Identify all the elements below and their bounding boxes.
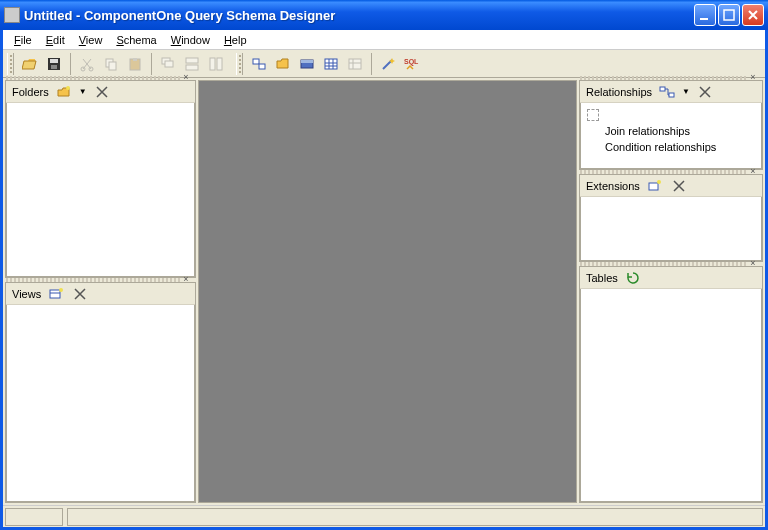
title-bar: Untitled - ComponentOne Query Schema Des…	[0, 0, 768, 30]
refresh-icon	[625, 270, 641, 286]
right-column: × Relationships ▼ Join relationships C	[577, 78, 765, 505]
floppy-icon	[46, 56, 62, 72]
cut-button[interactable]	[75, 52, 99, 76]
folders-delete-button[interactable]	[93, 83, 111, 101]
sql-icon: SQL	[404, 56, 420, 72]
extensions-add-button[interactable]	[646, 177, 664, 195]
delete-icon	[671, 178, 687, 194]
menu-view[interactable]: View	[72, 30, 110, 49]
svg-rect-4	[51, 65, 57, 69]
svg-rect-18	[259, 64, 265, 69]
tree-node-condition[interactable]: Condition relationships	[605, 139, 755, 155]
folders-panel: × Folders ▼	[5, 80, 196, 278]
menu-window[interactable]: Window	[164, 30, 217, 49]
relationships-add-button[interactable]	[658, 83, 676, 101]
paste-button[interactable]	[123, 52, 147, 76]
svg-point-26	[59, 288, 63, 292]
views-delete-button[interactable]	[71, 285, 89, 303]
tree-node-join[interactable]: Join relationships	[605, 123, 755, 139]
toolbar-separator	[70, 53, 71, 75]
panel-grip[interactable]	[6, 76, 181, 80]
panel-grip[interactable]	[580, 170, 748, 174]
toolbar-grip[interactable]	[236, 53, 243, 75]
svg-rect-20	[301, 60, 313, 63]
panel-grip[interactable]	[580, 76, 748, 80]
extensions-panel: × Extensions	[579, 174, 763, 262]
tile-vertical-button[interactable]	[204, 52, 228, 76]
close-button[interactable]	[742, 4, 764, 26]
schema-btn-4[interactable]	[319, 52, 343, 76]
menu-bar: File Edit View Schema Window Help	[3, 30, 765, 50]
folders-dropdown[interactable]: ▼	[79, 87, 87, 96]
svg-rect-0	[700, 18, 708, 20]
cascade-button[interactable]	[156, 52, 180, 76]
menu-edit[interactable]: Edit	[39, 30, 72, 49]
copy-button[interactable]	[99, 52, 123, 76]
window-buttons	[694, 4, 764, 26]
svg-rect-17	[253, 59, 259, 64]
app-icon	[4, 7, 20, 23]
relationships-delete-button[interactable]	[696, 83, 714, 101]
tables-header: Tables	[580, 267, 762, 289]
mdi-area[interactable]	[198, 80, 577, 503]
status-cell-2	[67, 508, 763, 526]
schema-btn-3[interactable]	[295, 52, 319, 76]
open-button[interactable]	[18, 52, 42, 76]
svg-rect-28	[669, 93, 674, 97]
svg-rect-16	[217, 58, 222, 70]
maximize-button[interactable]	[718, 4, 740, 26]
relationships-label: Relationships	[586, 86, 652, 98]
tables-refresh-button[interactable]	[624, 269, 642, 287]
extensions-header: Extensions	[580, 175, 762, 197]
toolbar: SQL	[3, 50, 765, 78]
views-header: Views	[6, 283, 195, 305]
folders-label: Folders	[12, 86, 49, 98]
svg-rect-3	[50, 59, 58, 63]
view-new-icon	[48, 286, 64, 302]
paste-icon	[127, 56, 143, 72]
extensions-label: Extensions	[586, 180, 640, 192]
menu-schema[interactable]: Schema	[109, 30, 163, 49]
extensions-delete-button[interactable]	[670, 177, 688, 195]
svg-rect-27	[660, 87, 665, 91]
svg-rect-1	[724, 10, 734, 20]
tree-root[interactable]	[587, 107, 755, 123]
folder-new-icon	[56, 84, 72, 100]
minimize-button[interactable]	[694, 4, 716, 26]
schema-btn-2[interactable]	[271, 52, 295, 76]
menu-help[interactable]: Help	[217, 30, 254, 49]
panel-grip[interactable]	[580, 262, 748, 266]
folder-schema-icon	[275, 56, 291, 72]
status-cell-1	[5, 508, 63, 526]
views-add-button[interactable]	[47, 285, 65, 303]
tables-body[interactable]	[580, 289, 762, 502]
relationship-new-icon	[659, 84, 675, 100]
toolbar-grip[interactable]	[7, 53, 14, 75]
views-body[interactable]	[6, 305, 195, 502]
tree-root-icon	[587, 109, 599, 121]
db-icon	[299, 56, 315, 72]
folders-body[interactable]	[6, 103, 195, 277]
relationships-header: Relationships ▼	[580, 81, 762, 103]
menu-file[interactable]: File	[7, 30, 39, 49]
extensions-body[interactable]	[580, 197, 762, 261]
save-button[interactable]	[42, 52, 66, 76]
extension-new-icon	[647, 178, 663, 194]
wand-icon	[380, 56, 396, 72]
schema-btn-5[interactable]	[343, 52, 367, 76]
toolbar-separator	[151, 53, 152, 75]
folders-add-button[interactable]	[55, 83, 73, 101]
svg-rect-21	[325, 59, 337, 69]
delete-icon	[94, 84, 110, 100]
sql-button[interactable]: SQL	[400, 52, 424, 76]
main-area: × Folders ▼ × Views	[3, 78, 765, 505]
views-panel: × Views	[5, 282, 196, 503]
panel-grip[interactable]	[6, 278, 181, 282]
wizard-button[interactable]	[376, 52, 400, 76]
copy-icon	[103, 56, 119, 72]
grid2-icon	[347, 56, 363, 72]
schema-btn-1[interactable]	[247, 52, 271, 76]
grid-icon	[323, 56, 339, 72]
relationships-dropdown[interactable]: ▼	[682, 87, 690, 96]
relationships-body[interactable]: Join relationships Condition relationshi…	[580, 103, 762, 169]
